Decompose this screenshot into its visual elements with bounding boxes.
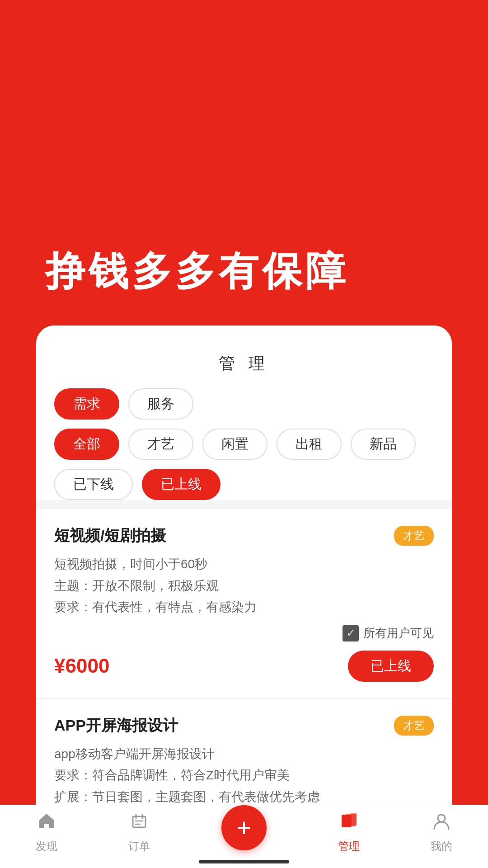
nav-item-profile[interactable]: 我的	[431, 811, 452, 854]
item-title-2: APP开屏海报设计	[54, 715, 178, 736]
filter-idle[interactable]: 闲置	[202, 429, 267, 460]
status-btn-1[interactable]: 已上线	[348, 651, 434, 682]
list-item: 短视频/短剧拍摄 才艺 短视频拍摄，时间小于60秒 主题：开放不限制，积极乐观 …	[36, 509, 452, 699]
manage-icon	[339, 811, 359, 835]
filter-section: 管 理 需求 服务 全部 才艺 闲置 出租 新品 已下线 已上线	[36, 326, 452, 500]
item-header-2: APP开屏海报设计 才艺	[54, 715, 434, 736]
nav-label-home: 发现	[36, 839, 57, 854]
svg-point-6	[438, 815, 445, 822]
item-visibility-1: ✓ 所有用户可见	[54, 625, 434, 642]
filter-online[interactable]: 已上线	[142, 469, 221, 500]
nav-item-home[interactable]: 发现	[36, 811, 57, 854]
filter-all[interactable]: 全部	[54, 429, 119, 460]
svg-rect-5	[351, 813, 357, 826]
item-title-1: 短视频/短剧拍摄	[54, 525, 166, 546]
nav-add-button[interactable]: +	[221, 805, 267, 850]
filter-row-2: 全部 才艺 闲置 出租 新品	[54, 429, 434, 460]
profile-icon	[432, 811, 451, 835]
home-indicator	[199, 860, 289, 863]
filter-new[interactable]: 新品	[351, 429, 416, 460]
filter-offline[interactable]: 已下线	[54, 469, 133, 500]
item-tag-1: 才艺	[394, 526, 434, 546]
order-icon	[129, 811, 149, 835]
nav-label-manage: 管理	[338, 839, 360, 854]
filter-demand[interactable]: 需求	[54, 388, 119, 420]
nav-item-order[interactable]: 订单	[128, 811, 150, 854]
checkbox-icon-1: ✓	[343, 625, 359, 642]
item-header-1: 短视频/短剧拍摄 才艺	[54, 525, 434, 546]
filter-service[interactable]: 服务	[128, 388, 193, 420]
filter-talent[interactable]: 才艺	[128, 429, 193, 460]
nav-label-order: 订单	[128, 839, 150, 854]
bottom-nav: 发现 订单 + 管理	[0, 805, 488, 868]
item-desc-1: 短视频拍摄，时间小于60秒 主题：开放不限制，积极乐观 要求：有代表性，有特点，…	[54, 553, 434, 618]
item-footer-1: ¥6000 已上线	[54, 651, 434, 682]
nav-item-manage[interactable]: 管理	[338, 811, 360, 854]
visibility-label-1: 所有用户可见	[363, 625, 434, 641]
item-price-1: ¥6000	[54, 655, 109, 677]
nav-label-profile: 我的	[431, 839, 452, 854]
hero-title: 挣钱多多有保障	[45, 245, 349, 298]
filter-rent[interactable]: 出租	[277, 429, 342, 460]
home-icon	[37, 811, 56, 835]
plus-icon: +	[237, 815, 252, 840]
filter-row-3: 已下线 已上线	[54, 469, 434, 500]
filter-row-1: 需求 服务	[54, 388, 434, 420]
card-header: 管 理	[54, 335, 434, 388]
svg-rect-0	[133, 816, 145, 827]
card-container: 管 理 需求 服务 全部 才艺 闲置 出租 新品 已下线 已上线	[36, 326, 452, 868]
hero-section: 挣钱多多有保障	[0, 0, 488, 326]
item-desc-2: app移动客户端开屏海报设计 要求：符合品牌调性，符合Z时代用户审美 扩展：节日…	[54, 743, 434, 808]
item-tag-2: 才艺	[394, 716, 434, 736]
